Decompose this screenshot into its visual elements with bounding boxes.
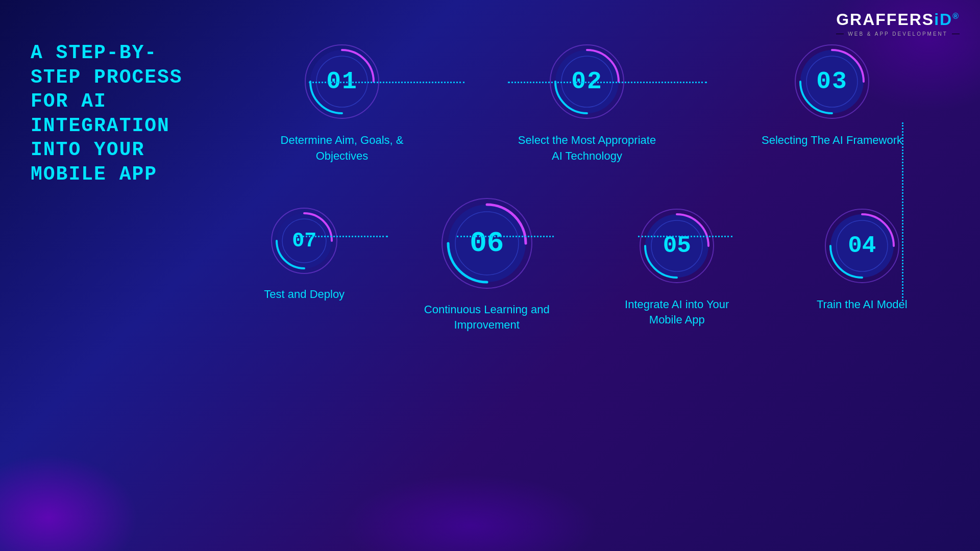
connector-01-02 (309, 82, 464, 83)
step-03: 03 Selecting The AI Framework (761, 41, 903, 148)
connector-02-03 (508, 82, 707, 83)
step-06: 06 Continuous Learning and Improvement (415, 195, 558, 334)
logo-g: G (836, 10, 850, 29)
connector-03-vertical (902, 122, 903, 301)
step-04-number: 04 (848, 233, 876, 259)
step-03-circle: 03 (791, 41, 873, 122)
connector-06-05 (457, 236, 554, 237)
connector-07-06 (296, 236, 388, 237)
row-bottom: 07 Test and Deploy 06 Continuous Learnin… (219, 180, 954, 334)
step-03-label: Selecting The AI Framework (762, 133, 902, 148)
step-05: 05 Integrate AI into Your Mobile App (610, 205, 743, 329)
step-07-number: 07 (292, 229, 316, 252)
step-06-label: Continuous Learning and Improvement (415, 302, 558, 334)
main-title: A STEP-BY-STEP PROCESS FOR AI INTEGRATIO… (31, 41, 204, 186)
step-07: 07 Test and Deploy (246, 205, 363, 303)
step-05-circle: 05 (636, 205, 718, 287)
logo: GRAFFERSiD® WEB & APP DEVELOPMENT (836, 10, 960, 37)
logo-trademark: ® (952, 12, 960, 20)
step-04-label: Train the AI Model (817, 297, 908, 313)
step-01: 01 Determine Aim, Goals, & Objectives (271, 41, 413, 164)
step-04-circle: 04 (821, 205, 903, 287)
logo-d: D (940, 10, 952, 29)
step-03-number: 03 (816, 68, 848, 95)
step-07-label: Test and Deploy (264, 287, 345, 303)
steps-wrapper: 01 Determine Aim, Goals, & Objectives 02… (219, 36, 954, 536)
connector-05-04 (638, 236, 732, 237)
logo-brand: GRAFFERSiD® (836, 10, 960, 29)
bg-blob-bottom-left (0, 454, 138, 551)
step-04: 04 Train the AI Model (796, 205, 928, 313)
step-05-label: Integrate AI into Your Mobile App (610, 297, 743, 329)
step-06-circle: 06 (438, 195, 535, 292)
row-top: 01 Determine Aim, Goals, & Objectives 02… (219, 36, 954, 164)
step-01-label: Determine Aim, Goals, & Objectives (271, 133, 413, 164)
step-02: 02 Select the Most Appropriate AI Techno… (516, 41, 658, 164)
step-07-circle: 07 (268, 205, 340, 277)
step-06-number: 06 (470, 227, 504, 260)
logo-id: i (934, 10, 940, 29)
logo-raffers: RAFFERS (850, 10, 934, 29)
step-02-label: Select the Most Appropriate AI Technolog… (516, 133, 658, 164)
